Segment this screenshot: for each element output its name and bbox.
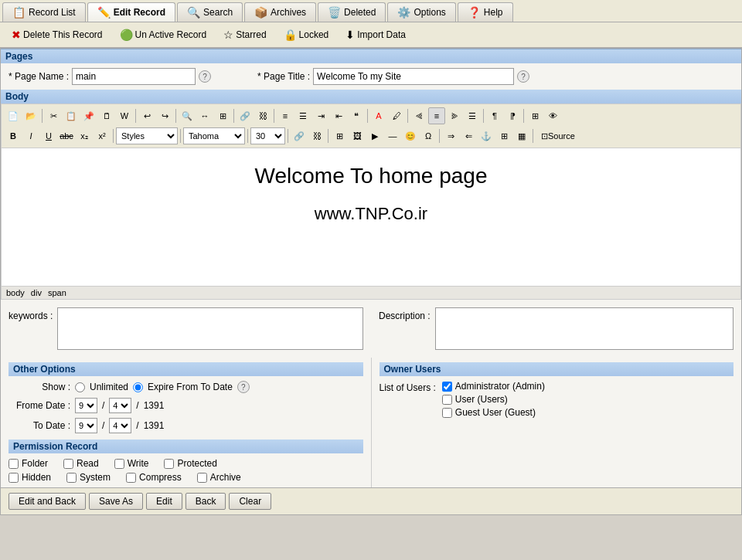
hline-btn[interactable]: — [384, 127, 401, 144]
blockquote-btn[interactable]: ❝ [348, 107, 365, 124]
bg-color-btn[interactable]: 🖊 [388, 107, 405, 124]
page-title-input[interactable] [313, 68, 514, 85]
edit-button[interactable]: Edit [146, 493, 182, 510]
folder-checkbox[interactable] [9, 459, 19, 469]
subscript-btn[interactable]: x₂ [76, 127, 93, 144]
unlink2-btn[interactable]: ⛓ [308, 127, 325, 144]
paste-btn[interactable]: 📌 [80, 107, 97, 124]
bold-btn[interactable]: B [5, 127, 22, 144]
clear-button[interactable]: Clear [229, 493, 271, 510]
to-day-select[interactable]: 9 [75, 418, 97, 433]
preview-btn[interactable]: 👁 [544, 107, 561, 124]
page-title-help-button[interactable]: ? [517, 70, 529, 83]
protected-checkbox[interactable] [164, 459, 174, 469]
frome-month-select[interactable]: 4 [109, 398, 131, 413]
write-checkbox[interactable] [114, 459, 124, 469]
archive-checkbox[interactable] [197, 473, 207, 483]
system-checkbox[interactable] [66, 473, 77, 483]
tab-edit-record[interactable]: ✏️ Edit Record [87, 2, 175, 22]
link2-btn[interactable]: 🔗 [291, 127, 308, 144]
to-month-select[interactable]: 4 [109, 418, 131, 433]
expire-radio[interactable] [133, 382, 143, 392]
edit-and-back-button[interactable]: Edit and Back [9, 493, 86, 510]
archive-label: Archive [210, 472, 241, 483]
align-left-btn[interactable]: ⫷ [410, 107, 427, 124]
new-doc-btn[interactable]: 📄 [5, 107, 22, 124]
ul-btn[interactable]: ☰ [294, 107, 311, 124]
read-checkbox[interactable] [63, 459, 73, 469]
compress-checkbox[interactable] [126, 473, 136, 483]
unlimited-radio[interactable] [75, 382, 85, 392]
keywords-textarea[interactable] [57, 307, 363, 350]
delete-record-button[interactable]: ✖ Delete This Record [5, 25, 110, 44]
ol-btn[interactable]: ≡ [277, 107, 294, 124]
link-btn[interactable]: 🔗 [237, 107, 254, 124]
open-btn[interactable]: 📂 [22, 107, 39, 124]
page-name-help-button[interactable]: ? [199, 70, 211, 83]
undo-btn[interactable]: ↩ [138, 107, 155, 124]
tab-options[interactable]: ⚙️ Options [387, 2, 455, 22]
align-right-btn[interactable]: ⫸ [446, 107, 463, 124]
frome-day-select[interactable]: 9 [75, 398, 97, 413]
tab-record-list[interactable]: 📋 Record List [2, 2, 86, 22]
align-justify-btn[interactable]: ☰ [464, 107, 481, 124]
special-char-btn[interactable]: Ω [420, 127, 437, 144]
table-btn[interactable]: ⊞ [331, 127, 348, 144]
unactive-record-button[interactable]: 🟢 Un Active Record [113, 25, 214, 44]
italic-btn[interactable]: I [22, 127, 39, 144]
replace-btn[interactable]: ↔ [196, 107, 213, 124]
barcode-btn[interactable]: ▦ [513, 127, 530, 144]
tab-help[interactable]: ❓ Help [458, 2, 513, 22]
redo-btn[interactable]: ↪ [156, 107, 173, 124]
rtl-btn[interactable]: ⁋ [504, 107, 521, 124]
styles-select[interactable]: Styles [116, 127, 178, 144]
editor-content-area[interactable]: Welcome To home page www.TNP.Co.ir [1, 148, 741, 287]
code-btn[interactable]: ⊞ [495, 127, 512, 144]
paste-text-btn[interactable]: 🗒 [98, 107, 115, 124]
tab-search[interactable]: 🔍 Search [177, 2, 243, 22]
font-color-btn[interactable]: A [370, 107, 387, 124]
description-textarea[interactable] [435, 307, 733, 350]
image-btn[interactable]: 🖼 [349, 127, 366, 144]
fullscreen-btn[interactable]: ⊞ [526, 107, 543, 124]
outdent-btn[interactable]: ⇤ [330, 107, 347, 124]
rtl2-btn[interactable]: ⇒ [442, 127, 459, 144]
strikethrough-btn[interactable]: abc [58, 127, 75, 144]
superscript-btn[interactable]: x² [94, 127, 111, 144]
cut-btn[interactable]: ✂ [45, 107, 62, 124]
save-as-button[interactable]: Save As [89, 493, 143, 510]
ltr-btn[interactable]: ¶ [486, 107, 503, 124]
font-size-select[interactable]: 30 [250, 127, 285, 144]
source-button[interactable]: ⊡ Source [536, 127, 580, 144]
back-button[interactable]: Back [186, 493, 226, 510]
underline-btn[interactable]: U [40, 127, 57, 144]
editor-statusbar: body div span [1, 287, 741, 300]
select-all-btn[interactable]: ⊞ [214, 107, 231, 124]
copy-btn[interactable]: 📋 [63, 107, 80, 124]
tab-archives[interactable]: 📦 Archives [244, 2, 316, 22]
ltr2-btn[interactable]: ⇐ [460, 127, 477, 144]
tab-deleted[interactable]: 🗑️ Deleted [318, 2, 386, 22]
list-item: User (Users) [442, 394, 545, 405]
hidden-checkbox[interactable] [9, 473, 19, 483]
expire-help-btn[interactable]: ? [237, 381, 250, 393]
page-name-group: * Page Name : ? [9, 68, 211, 85]
paste-word-btn[interactable]: W [116, 107, 133, 124]
smiley-btn[interactable]: 😊 [402, 127, 419, 144]
page-name-input[interactable] [72, 68, 196, 85]
find-btn[interactable]: 🔍 [179, 107, 196, 124]
font-family-select[interactable]: Tahoma [183, 127, 245, 144]
starred-button[interactable]: ☆ Starred [216, 25, 273, 44]
import-data-button[interactable]: ⬇ Import Data [339, 25, 413, 44]
guest-checkbox[interactable] [442, 408, 452, 418]
admin-checkbox[interactable] [442, 382, 452, 392]
locked-button[interactable]: 🔒 Locked [277, 25, 336, 44]
flash-btn[interactable]: ▶ [366, 127, 383, 144]
align-center-btn[interactable]: ≡ [428, 107, 445, 124]
user-checkbox[interactable] [442, 395, 452, 405]
unlink-btn[interactable]: ⛓ [254, 107, 271, 124]
anchor-btn[interactable]: ⚓ [478, 127, 495, 144]
indent-btn[interactable]: ⇥ [312, 107, 329, 124]
record-list-icon: 📋 [12, 6, 26, 19]
deleted-icon: 🗑️ [328, 6, 341, 19]
